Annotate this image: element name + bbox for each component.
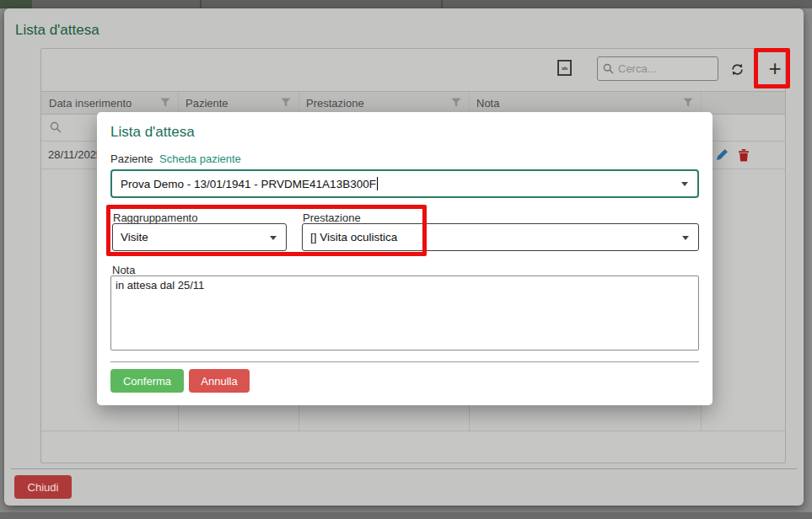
column-header-nota[interactable]: Nota [469, 92, 701, 114]
window-top-bar [0, 0, 812, 8]
column-header-actions [701, 92, 785, 114]
chevron-down-icon[interactable] [682, 236, 689, 240]
top-bar-divider [200, 0, 202, 8]
add-button[interactable]: + [762, 54, 788, 83]
text-cursor [377, 177, 378, 190]
column-label: Prestazione [306, 97, 364, 110]
prestazione-label: Prestazione [303, 211, 361, 224]
top-bar-segment [0, 0, 32, 8]
grid-line [41, 431, 785, 431]
column-header-prestazione[interactable]: Prestazione [298, 92, 469, 114]
edit-icon[interactable] [716, 148, 729, 161]
paziente-value: Prova Demo - 13/01/1941 - PRVDME41A13B30… [121, 178, 376, 190]
search-box[interactable] [597, 56, 718, 81]
chiudi-button[interactable]: Chiudi [14, 475, 72, 499]
scheda-paziente-link[interactable]: Scheda paziente [159, 152, 241, 165]
filter-icon[interactable] [683, 98, 693, 108]
search-icon [603, 63, 614, 74]
paziente-combobox[interactable]: Prova Demo - 13/01/1941 - PRVDME41A13B30… [110, 169, 699, 198]
paziente-label: Paziente [110, 152, 153, 165]
filter-icon[interactable] [281, 98, 291, 108]
filter-icon[interactable] [451, 98, 461, 108]
raggruppamento-value: Visite [121, 231, 148, 243]
modal-title: Lista d'attesa [110, 124, 195, 141]
annulla-button[interactable]: Annulla [189, 369, 250, 393]
page-title: Lista d'attesa [15, 22, 99, 39]
nota-label: Nota [112, 264, 135, 276]
chevron-down-icon[interactable] [681, 182, 688, 186]
search-icon [50, 121, 62, 133]
top-bar-divider [441, 0, 443, 8]
column-header-paziente[interactable]: Paziente [178, 92, 298, 114]
lista-attesa-dialog: Lista d'attesa xls + Data inse [4, 8, 804, 506]
nota-textarea[interactable]: in attesa dal 25/11 [110, 276, 699, 350]
conferma-button[interactable]: Conferma [110, 369, 184, 393]
refresh-icon [730, 62, 745, 77]
lista-attesa-modal: Lista d'attesa Paziente Scheda paziente … [97, 112, 713, 405]
column-header-data-inserimento[interactable]: Data inserimento [41, 92, 178, 114]
table-header-row: Data inserimento Paziente Prestazione No… [41, 91, 785, 115]
prestazione-select[interactable]: [] Visita oculistica [302, 223, 699, 251]
delete-icon[interactable] [738, 148, 750, 162]
chevron-down-icon[interactable] [270, 236, 277, 240]
prestazione-value: [] Visita oculistica [310, 231, 397, 243]
column-label: Paziente [186, 97, 229, 110]
refresh-button[interactable] [726, 58, 748, 80]
column-label: Data inserimento [49, 97, 132, 110]
column-label: Nota [476, 97, 499, 110]
xls-icon-label: xls [562, 66, 567, 71]
modal-divider [110, 361, 699, 362]
export-xls-icon[interactable]: xls [557, 60, 572, 76]
window-bottom-bar [0, 512, 812, 519]
filter-icon[interactable] [160, 98, 170, 108]
raggruppamento-label: Raggruppamento [113, 211, 197, 224]
raggruppamento-select[interactable]: Visite [112, 223, 287, 251]
row-actions [716, 148, 750, 162]
search-input[interactable] [618, 62, 713, 75]
footer-divider [11, 468, 797, 469]
